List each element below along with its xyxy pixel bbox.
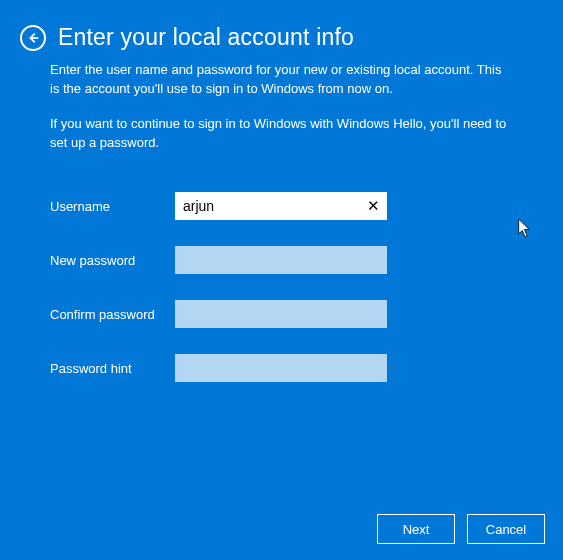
header: Enter your local account info	[20, 24, 513, 51]
new-password-input-wrap	[175, 246, 387, 274]
new-password-label: New password	[50, 253, 175, 268]
confirm-password-input[interactable]	[175, 300, 387, 328]
password-hint-input[interactable]	[175, 354, 387, 382]
clear-username-button[interactable]: ✕	[363, 196, 383, 216]
username-input-wrap: ✕	[175, 192, 387, 220]
page-title: Enter your local account info	[58, 24, 354, 51]
confirm-password-input-wrap	[175, 300, 387, 328]
new-password-input[interactable]	[175, 246, 387, 274]
content-pane: Enter your local account info Enter the …	[0, 0, 563, 382]
password-hint-input-wrap	[175, 354, 387, 382]
close-icon: ✕	[367, 197, 380, 215]
username-row: Username ✕	[50, 192, 513, 220]
back-button[interactable]	[20, 25, 46, 51]
confirm-password-label: Confirm password	[50, 307, 175, 322]
cancel-button[interactable]: Cancel	[467, 514, 545, 544]
username-input[interactable]	[175, 192, 387, 220]
footer-buttons: Next Cancel	[377, 514, 545, 544]
username-label: Username	[50, 199, 175, 214]
confirm-password-row: Confirm password	[50, 300, 513, 328]
next-button[interactable]: Next	[377, 514, 455, 544]
new-password-row: New password	[50, 246, 513, 274]
intro-text-1: Enter the user name and password for you…	[50, 61, 513, 99]
password-hint-label: Password hint	[50, 361, 175, 376]
back-arrow-icon	[26, 31, 40, 45]
password-hint-row: Password hint	[50, 354, 513, 382]
intro-text-2: If you want to continue to sign in to Wi…	[50, 115, 513, 153]
